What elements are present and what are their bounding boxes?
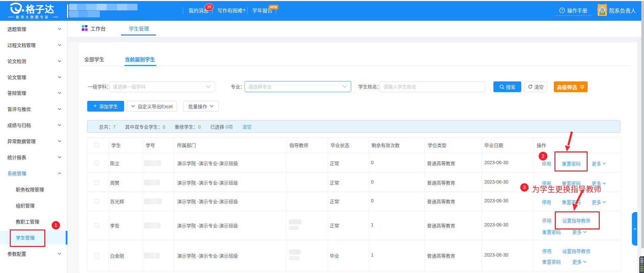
svg-text:教育大数据专家: 教育大数据专家 xyxy=(16,15,50,19)
svg-text:格子达: 格子达 xyxy=(25,4,54,15)
svg-text:?: ? xyxy=(561,8,563,12)
